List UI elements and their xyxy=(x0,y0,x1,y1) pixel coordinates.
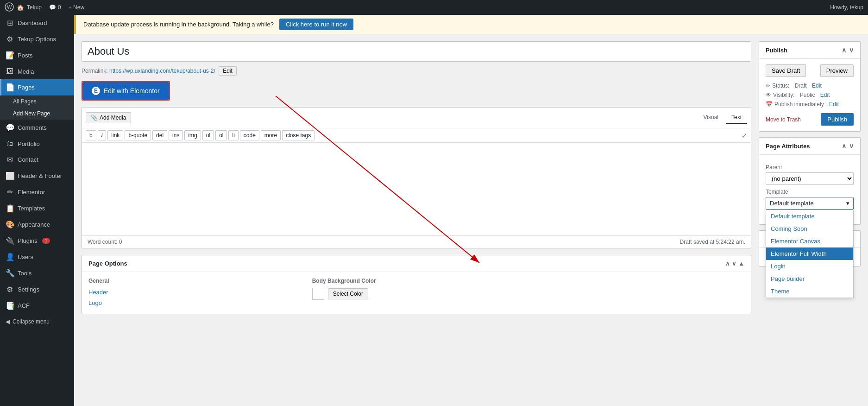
sidebar-item-pages[interactable]: 📄 Pages xyxy=(0,79,74,95)
status-row: ✏ Status: Draft Edit xyxy=(766,82,854,89)
editor-wrap: Permalink: https://wp.uxlanding.com/teku… xyxy=(74,34,868,322)
sidebar-item-header-footer[interactable]: ⬜ Header & Footer xyxy=(0,168,74,184)
page-options-header: Page Options ∧ ∨ ▲ xyxy=(82,255,751,272)
collapse-down-icon[interactable]: ∨ xyxy=(732,260,736,267)
sidebar-item-label: Users xyxy=(18,254,33,260)
sidebar-item-portfolio[interactable]: 🗂 Portfolio xyxy=(0,136,74,152)
publish-panel-title: Publish xyxy=(766,47,787,54)
sidebar-item-plugins[interactable]: 🔌 Plugins 1 xyxy=(0,233,74,249)
template-label: Template xyxy=(766,189,854,195)
sidebar-item-label: Pages xyxy=(18,84,35,91)
template-option-theme[interactable]: Theme xyxy=(766,285,853,298)
page-options-panel: Page Options ∧ ∨ ▲ General Header xyxy=(82,255,751,314)
fmt-ins[interactable]: ins xyxy=(169,130,183,140)
fmt-ol[interactable]: ol xyxy=(215,130,227,140)
sidebar-item-all-pages[interactable]: All Pages xyxy=(13,95,74,108)
body-bg-color-label: Body Background Color xyxy=(312,278,744,284)
fmt-close-tags[interactable]: close tags xyxy=(282,130,314,140)
template-option-default[interactable]: Default template xyxy=(766,210,853,222)
collapse-up-icon[interactable]: ∧ xyxy=(725,260,730,267)
fmt-code[interactable]: code xyxy=(240,130,259,140)
portfolio-icon: 🗂 xyxy=(6,140,14,148)
pencil-icon: ✏ xyxy=(766,82,770,89)
sidebar-item-tools[interactable]: 🔧 Tools xyxy=(0,265,74,281)
template-select-display[interactable]: Default template ▾ xyxy=(766,197,854,209)
header-link[interactable]: Header xyxy=(88,287,305,298)
attr-collapse-up[interactable]: ∧ xyxy=(842,142,846,150)
fmt-img[interactable]: img xyxy=(184,130,201,140)
sidebar-item-label: Appearance xyxy=(18,221,50,228)
sidebar-item-posts[interactable]: 📝 Posts xyxy=(0,47,74,63)
sidebar-item-templates[interactable]: 📋 Templates xyxy=(0,200,74,216)
wp-icon: W xyxy=(5,2,14,13)
save-draft-button[interactable]: Save Draft xyxy=(766,64,806,77)
fmt-more[interactable]: more xyxy=(261,130,281,140)
sidebar-item-media[interactable]: 🖼 Media xyxy=(0,63,74,79)
template-option-elementor-canvas[interactable]: Elementor Canvas xyxy=(766,235,853,247)
template-option-login[interactable]: Login xyxy=(766,260,853,273)
fmt-ul[interactable]: ul xyxy=(202,130,214,140)
visibility-row: 👁 Visibility: Public Edit xyxy=(766,92,854,98)
template-option-page-builder[interactable]: Page builder xyxy=(766,273,853,285)
plugins-icon: 🔌 xyxy=(6,236,14,245)
attr-collapse-down[interactable]: ∨ xyxy=(849,142,854,150)
sidebar-item-elementor[interactable]: ✏ Elementor xyxy=(0,184,74,200)
fmt-link[interactable]: link xyxy=(107,130,123,140)
fmt-bold[interactable]: b xyxy=(86,130,96,140)
permalink-url[interactable]: https://wp.uxlanding.com/tekup/about-us-… xyxy=(109,68,215,74)
page-title-input[interactable] xyxy=(82,41,751,62)
publish-panel-controls: ∧ ∨ xyxy=(842,46,854,54)
sidebar-item-appearance[interactable]: 🎨 Appearance xyxy=(0,216,74,233)
move-trash-link[interactable]: Move to Trash xyxy=(766,116,801,123)
sidebar-item-settings[interactable]: ⚙ Settings xyxy=(0,281,74,298)
admin-bar-comments[interactable]: 💬 0 xyxy=(49,4,61,11)
draft-saved: Draft saved at 5:24:22 am. xyxy=(680,239,745,245)
logo-link[interactable]: Logo xyxy=(88,298,305,308)
parent-select[interactable]: (no parent) xyxy=(766,172,854,185)
chevron-down-icon: ▾ xyxy=(846,200,849,207)
admin-bar-site[interactable]: W 🏠 Tekup xyxy=(5,2,42,13)
fmt-del[interactable]: del xyxy=(152,130,167,140)
status-value: Draft xyxy=(795,82,807,89)
sidebar-item-add-new-page[interactable]: Add New Page xyxy=(13,108,74,120)
editor-body[interactable] xyxy=(82,143,751,235)
fmt-italic[interactable]: i xyxy=(98,130,107,140)
elementor-edit-button[interactable]: E Edit with Elementor xyxy=(82,82,169,100)
preview-button[interactable]: Preview xyxy=(820,64,854,77)
fmt-bquote[interactable]: b-quote xyxy=(125,130,151,140)
users-icon: 👤 xyxy=(6,253,14,261)
sidebar-item-dashboard[interactable]: ⊞ Dashboard xyxy=(0,15,74,31)
status-edit-link[interactable]: Edit xyxy=(812,82,822,89)
editor-main: Permalink: https://wp.uxlanding.com/teku… xyxy=(82,41,751,314)
publish-collapse-down[interactable]: ∨ xyxy=(849,46,854,54)
expand-icon[interactable]: ⤢ xyxy=(742,132,747,139)
color-swatch[interactable] xyxy=(312,288,324,300)
permalink-edit-button[interactable]: Edit xyxy=(219,66,237,76)
admin-bar-new[interactable]: + New xyxy=(69,4,84,11)
sidebar-item-comments[interactable]: 💬 Comments xyxy=(0,120,74,136)
template-dropdown-wrap: Default template ▾ Default template Comi… xyxy=(766,197,854,209)
publish-button[interactable]: Publish xyxy=(821,113,854,126)
notice-run-button[interactable]: Click here to run it now xyxy=(279,19,353,30)
admin-bar-howdy: Howdy, tekup xyxy=(830,4,863,11)
sidebar-item-tekup-options[interactable]: ⚙ Tekup Options xyxy=(0,31,74,47)
template-option-coming-soon[interactable]: Coming Soon xyxy=(766,222,853,235)
sidebar-item-label: Contact xyxy=(18,156,38,163)
visibility-edit-link[interactable]: Edit xyxy=(820,92,830,98)
fmt-li[interactable]: li xyxy=(228,130,238,140)
sidebar-item-acf[interactable]: 📑 ACF xyxy=(0,298,74,314)
publish-time-edit-link[interactable]: Edit xyxy=(829,101,839,108)
sidebar-item-users[interactable]: 👤 Users xyxy=(0,249,74,265)
sidebar-item-contact[interactable]: ✉ Contact xyxy=(0,152,74,168)
publish-collapse-up[interactable]: ∧ xyxy=(842,46,846,54)
collapse-menu[interactable]: ◀ Collapse menu xyxy=(0,314,74,330)
comment-icon: 💬 xyxy=(49,4,56,11)
template-option-elementor-full-width[interactable]: Elementor Full Width xyxy=(766,247,853,260)
select-color-button[interactable]: Select Color xyxy=(328,288,368,299)
sidebar-item-label: Templates xyxy=(18,205,45,212)
add-media-button[interactable]: 📎 Add Media xyxy=(86,112,131,123)
site-name[interactable]: Tekup xyxy=(27,4,42,11)
tab-text[interactable]: Text xyxy=(726,111,747,124)
tab-visual[interactable]: Visual xyxy=(698,111,724,124)
collapse-arrow-icon[interactable]: ▲ xyxy=(738,260,744,267)
